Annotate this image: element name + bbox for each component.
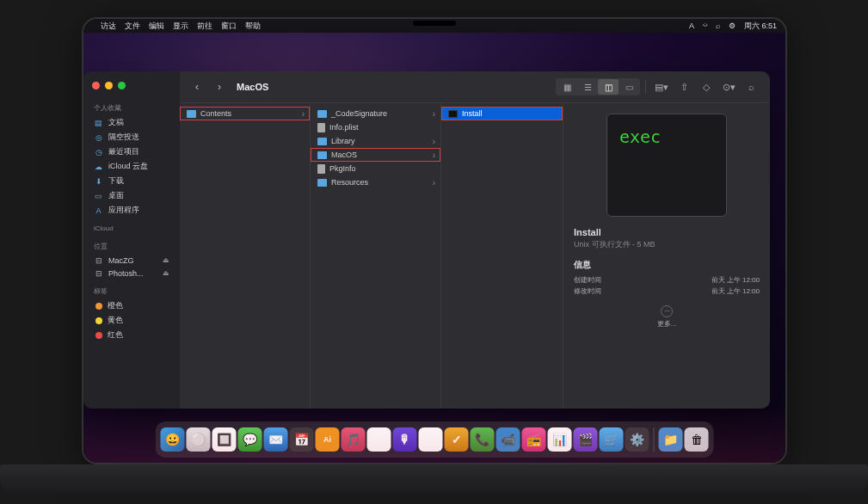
sidebar-item-downloads[interactable]: ⬇下载 bbox=[83, 174, 180, 188]
dock-app-3[interactable]: 💬 bbox=[238, 427, 262, 452]
airdrop-icon: ◎ bbox=[94, 132, 103, 142]
finder-sidebar: 个人收藏 ▤文稿 ◎隔空投送 ◷最近项目 ☁iCloud 云盘 ⬇下载 ▭桌面 … bbox=[83, 71, 180, 409]
preview-filename: Install bbox=[574, 227, 760, 237]
download-icon: ⬇ bbox=[94, 176, 103, 186]
column-1: Contents bbox=[180, 103, 311, 409]
menubar-help[interactable]: 帮助 bbox=[245, 21, 261, 32]
folder-icon bbox=[317, 110, 327, 118]
file-pkginfo[interactable]: PkgInfo bbox=[311, 162, 440, 175]
ellipsis-icon: ⋯ bbox=[661, 305, 673, 317]
finder-toolbar: ‹ › MacOS ▦ ☰ ◫ ▭ ▤▾ ⇧ ◇ ⊙ bbox=[180, 71, 770, 102]
dock-app-12[interactable]: 📞 bbox=[471, 427, 495, 452]
folder-contents[interactable]: Contents bbox=[180, 107, 310, 120]
menubar-clock[interactable]: 周六 6:51 bbox=[744, 21, 777, 32]
search-button[interactable]: ⌕ bbox=[741, 78, 761, 95]
menubar-go[interactable]: 前往 bbox=[197, 21, 212, 32]
folder-icon bbox=[187, 110, 196, 118]
menubar-file[interactable]: 文件 bbox=[125, 21, 140, 32]
exec-icon bbox=[448, 110, 458, 118]
dock-downloads[interactable]: 📁 bbox=[659, 427, 683, 452]
minimize-button[interactable] bbox=[105, 82, 113, 89]
folder-codesignature[interactable]: _CodeSignature bbox=[311, 107, 440, 120]
menubar-view[interactable]: 显示 bbox=[173, 21, 188, 32]
dock-app-11[interactable]: ✓ bbox=[445, 427, 469, 452]
sidebar-item-recents[interactable]: ◷最近项目 bbox=[83, 144, 180, 159]
favorites-heading: 个人收藏 bbox=[83, 100, 180, 115]
disk-icon: ⊟ bbox=[94, 255, 103, 265]
fullscreen-button[interactable] bbox=[118, 82, 126, 89]
menubar-window[interactable]: 窗口 bbox=[221, 21, 237, 32]
dock-app-7[interactable]: 🎵 bbox=[342, 427, 366, 452]
share-button[interactable]: ⇧ bbox=[674, 78, 694, 95]
dock-separator bbox=[654, 427, 655, 452]
wifi-icon[interactable]: ⌔ bbox=[703, 22, 707, 30]
column-browser: Contents _CodeSignature Info.plist Libra… bbox=[180, 102, 770, 409]
dock-app-2[interactable]: 🔲 bbox=[212, 427, 237, 452]
close-button[interactable] bbox=[92, 82, 100, 89]
dock-app-10[interactable]: 🗒 bbox=[419, 427, 443, 452]
sidebar-item-icloud[interactable]: ☁iCloud 云盘 bbox=[83, 159, 180, 174]
forward-button[interactable]: › bbox=[211, 78, 228, 95]
dock-app-17[interactable]: 🛒 bbox=[600, 427, 624, 452]
folder-macos[interactable]: MacOS bbox=[311, 148, 440, 162]
dock-app-1[interactable]: ⚪ bbox=[187, 427, 211, 452]
group-by-button[interactable]: ▤▾ bbox=[651, 78, 672, 95]
file-icon bbox=[317, 123, 325, 132]
file-icon bbox=[317, 164, 325, 174]
action-button[interactable]: ⊙▾ bbox=[718, 78, 739, 95]
dock-app-13[interactable]: 📹 bbox=[496, 427, 520, 452]
folder-library[interactable]: Library bbox=[311, 134, 440, 148]
preview-kind: Unix 可执行文件 - 5 MB bbox=[574, 239, 760, 250]
dock-app-6[interactable]: Ai bbox=[316, 427, 340, 452]
laptop-frame: 访达 文件 编辑 显示 前往 窗口 帮助 A ⌔ ⌕ ⚙ 周六 6:51 bbox=[82, 17, 787, 464]
column-view-button[interactable]: ◫ bbox=[598, 79, 619, 95]
icloud-heading: iCloud bbox=[83, 221, 180, 235]
control-center-icon[interactable]: ⚙ bbox=[729, 22, 736, 30]
preview-column: exec Install Unix 可执行文件 - 5 MB 信息 创建时间前天… bbox=[563, 103, 770, 409]
file-info-plist[interactable]: Info.plist bbox=[311, 120, 440, 134]
folder-resources[interactable]: Resources bbox=[311, 175, 440, 189]
view-switcher: ▦ ☰ ◫ ▭ bbox=[556, 78, 640, 95]
preview-thumbnail: exec bbox=[606, 114, 727, 217]
sidebar-tag-orange[interactable]: 橙色 bbox=[83, 298, 180, 313]
dock-app-16[interactable]: 🎬 bbox=[574, 427, 598, 452]
list-view-button[interactable]: ☰ bbox=[577, 79, 598, 95]
info-created: 创建时间前天 上午 12:00 bbox=[574, 274, 760, 286]
document-icon: ▤ bbox=[94, 118, 103, 127]
menubar-edit[interactable]: 编辑 bbox=[149, 21, 164, 32]
sidebar-item-documents[interactable]: ▤文稿 bbox=[83, 115, 180, 130]
sidebar-tag-red[interactable]: 红色 bbox=[83, 328, 180, 342]
file-install[interactable]: Install bbox=[441, 107, 563, 120]
dock-app-14[interactable]: 📻 bbox=[522, 427, 546, 452]
tag-button[interactable]: ◇ bbox=[696, 78, 717, 95]
tag-dot-icon bbox=[95, 332, 102, 339]
dock-app-18[interactable]: ⚙️ bbox=[625, 427, 649, 452]
dock-app-5[interactable]: 📅 bbox=[290, 427, 314, 452]
dock-app-0[interactable]: 😀 bbox=[161, 427, 185, 452]
dock-trash[interactable]: 🗑 bbox=[685, 427, 709, 452]
clock-icon: ◷ bbox=[94, 147, 103, 157]
more-button[interactable]: ⋯ 更多... bbox=[574, 305, 760, 329]
sidebar-item-applications[interactable]: A应用程序 bbox=[83, 203, 180, 218]
icon-view-button[interactable]: ▦ bbox=[557, 79, 577, 95]
back-button[interactable]: ‹ bbox=[188, 78, 206, 95]
sidebar-item-maczg[interactable]: ⊟MacZG bbox=[83, 254, 180, 267]
dock-app-8[interactable]: 22 bbox=[367, 427, 391, 452]
tags-heading: 标签 bbox=[83, 283, 180, 298]
dock-app-9[interactable]: 🎙 bbox=[393, 427, 417, 452]
dock-app-15[interactable]: 📊 bbox=[548, 427, 572, 452]
column-2: _CodeSignature Info.plist Library MacOS … bbox=[311, 103, 441, 409]
menubar-app[interactable]: 访达 bbox=[101, 21, 116, 32]
sidebar-item-photoshop[interactable]: ⊟Photosh... bbox=[83, 267, 180, 280]
sidebar-item-airdrop[interactable]: ◎隔空投送 bbox=[83, 130, 180, 144]
gallery-view-button[interactable]: ▭ bbox=[619, 79, 639, 95]
input-source-icon[interactable]: A bbox=[689, 22, 694, 30]
spotlight-icon[interactable]: ⌕ bbox=[716, 22, 720, 30]
locations-heading: 位置 bbox=[83, 238, 180, 254]
dock-app-4[interactable]: ✉️ bbox=[264, 427, 288, 452]
column-3: Install bbox=[441, 103, 563, 409]
camera-notch bbox=[413, 21, 456, 26]
sidebar-item-desktop[interactable]: ▭桌面 bbox=[83, 188, 180, 203]
sidebar-tag-yellow[interactable]: 黄色 bbox=[83, 313, 180, 328]
folder-icon bbox=[317, 179, 327, 187]
